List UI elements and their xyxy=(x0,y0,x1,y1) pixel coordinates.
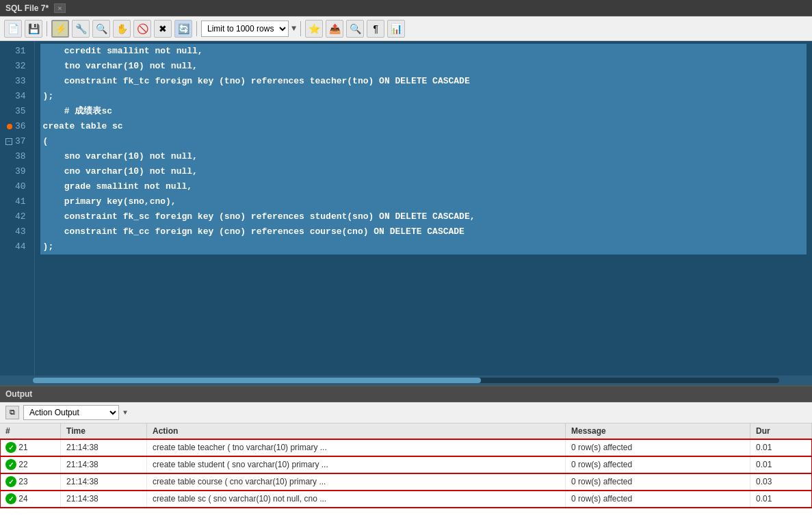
output-panel: Output ⧉ Action Output ▼ # Time Action M… xyxy=(0,385,812,522)
dropdown-arrow-icon: ▼ xyxy=(291,24,296,34)
code-line-40: grade smallint not null, xyxy=(40,179,807,194)
table-header: # Time Action Message Dur xyxy=(0,423,812,439)
row-status-icon: ✓ 21 xyxy=(0,439,61,456)
row-status-icon: ✓ 23 xyxy=(0,473,61,491)
col-header-time: Time xyxy=(61,423,147,439)
row-status-icon: ✓ 24 xyxy=(0,491,61,508)
line-43: 43 xyxy=(5,224,29,239)
zoom-button[interactable]: 🔍 xyxy=(92,20,110,38)
header-row: # Time Action Message Dur xyxy=(0,423,812,439)
line-38: 38 xyxy=(5,149,29,164)
line-36: 36 xyxy=(5,119,29,134)
table-body: ✓ 21 21:14:38 create table teacher ( tno… xyxy=(0,439,812,508)
separator-3 xyxy=(300,21,301,36)
tab-title[interactable]: SQL File 7* xyxy=(5,3,49,13)
row-action: create table course ( cno varchar(10) pr… xyxy=(147,473,566,491)
success-icon: ✓ xyxy=(5,476,16,487)
line-31: 31 xyxy=(5,44,29,59)
row-time: 21:14:38 xyxy=(61,439,147,456)
line-35: 35 xyxy=(5,104,29,119)
line-33: 33 xyxy=(5,74,29,89)
limit-select[interactable]: Limit to 1000 rows xyxy=(201,21,289,37)
horizontal-scrollbar[interactable] xyxy=(0,376,812,385)
new-file-button[interactable]: 📄 xyxy=(4,20,22,38)
refresh-button[interactable]: 🔄 xyxy=(174,20,192,38)
row-time: 21:14:38 xyxy=(61,456,147,473)
code-line-35: # 成绩表sc xyxy=(40,104,807,119)
close-tab-button[interactable]: × xyxy=(54,3,65,13)
code-line-39: cno varchar(10) not null, xyxy=(40,164,807,179)
results-table: # Time Action Message Dur ✓ 21 21:14:38 … xyxy=(0,423,812,508)
line-40: 40 xyxy=(5,179,29,194)
paragraph-button[interactable]: ¶ xyxy=(367,20,384,38)
line-44: 44 xyxy=(5,239,29,255)
table-row: ✓ 24 21:14:38 create table sc ( sno varc… xyxy=(0,491,812,508)
success-icon: ✓ xyxy=(5,442,16,453)
toolbar: 📄 💾 ⚡ 🔧 🔍 ✋ 🚫 ✖ 🔄 Limit to 1000 rows ▼ ⭐… xyxy=(0,16,812,41)
stop-button[interactable]: 🚫 xyxy=(133,20,151,38)
scroll-track xyxy=(33,378,779,383)
code-line-37: ( xyxy=(40,134,807,149)
table-row: ✓ 22 21:14:38 create table student ( sno… xyxy=(0,456,812,473)
code-line-38: sno varchar(10) not null, xyxy=(40,149,807,164)
line-41: 41 xyxy=(5,194,29,209)
search-button[interactable]: 🔍 xyxy=(346,20,364,38)
code-line-33: constraint fk_tc foreign key (tno) refer… xyxy=(40,74,807,89)
copy-button[interactable]: ⧉ xyxy=(5,406,19,419)
line-42: 42 xyxy=(5,209,29,224)
explain-button[interactable]: 🔧 xyxy=(72,20,90,38)
scroll-thumb[interactable] xyxy=(33,378,481,383)
code-line-42: constraint fk_sc foreign key (sno) refer… xyxy=(40,209,807,224)
action-output-select[interactable]: Action Output xyxy=(23,405,119,420)
title-bar: SQL File 7* × xyxy=(0,0,812,16)
row-duration: 0.01 xyxy=(750,439,811,456)
code-line-31: ccredit smallint not null, xyxy=(40,44,807,59)
output-toolbar: ⧉ Action Output ▼ xyxy=(0,402,812,423)
separator-2 xyxy=(196,21,197,36)
line-34: 34 xyxy=(5,89,29,104)
code-line-43: constraint fk_cc foreign key (cno) refer… xyxy=(40,224,807,239)
code-line-34: ); xyxy=(40,89,807,104)
hand-button[interactable]: ✋ xyxy=(113,20,131,38)
code-lines[interactable]: ccredit smallint not null, tno varchar(1… xyxy=(35,41,812,376)
separator-1 xyxy=(47,21,47,36)
line-37[interactable]: −37 xyxy=(5,134,29,149)
code-line-36: create table sc xyxy=(40,119,807,134)
line-39: 39 xyxy=(5,164,29,179)
code-container: 31 32 33 34 35 36 −37 38 39 40 41 42 43 … xyxy=(0,41,812,376)
table-row: ✓ 23 21:14:38 create table course ( cno … xyxy=(0,473,812,491)
row-action: create table student ( sno varchar(10) p… xyxy=(147,456,566,473)
line-numbers: 31 32 33 34 35 36 −37 38 39 40 41 42 43 … xyxy=(0,41,35,376)
success-icon: ✓ xyxy=(5,493,16,504)
row-message: 0 row(s) affected xyxy=(565,491,750,508)
star-button[interactable]: ⭐ xyxy=(305,20,323,38)
line-32: 32 xyxy=(5,59,29,74)
execute-button[interactable]: ⚡ xyxy=(51,20,69,38)
row-duration: 0.01 xyxy=(750,456,811,473)
code-line-44: ); xyxy=(40,239,807,255)
row-message: 0 row(s) affected xyxy=(565,456,750,473)
code-line-32: tno varchar(10) not null, xyxy=(40,59,807,74)
output-dropdown-arrow-icon: ▼ xyxy=(123,409,127,417)
row-status-icon: ✓ 22 xyxy=(0,456,61,473)
output-header: Output xyxy=(0,387,812,402)
col-header-hash: # xyxy=(0,423,61,439)
cancel-button[interactable]: ✖ xyxy=(154,20,172,38)
send-button[interactable]: 📤 xyxy=(326,20,343,38)
output-header-label: Output xyxy=(5,389,32,399)
save-button[interactable]: 💾 xyxy=(25,20,42,38)
row-message: 0 row(s) affected xyxy=(565,439,750,456)
row-time: 21:14:38 xyxy=(61,491,147,508)
export-button[interactable]: 📊 xyxy=(387,20,405,38)
code-line-41: primary key(sno,cno), xyxy=(40,194,807,209)
row-duration: 0.03 xyxy=(750,473,811,491)
col-header-action: Action xyxy=(147,423,566,439)
table-row: ✓ 21 21:14:38 create table teacher ( tno… xyxy=(0,439,812,456)
col-header-message: Message xyxy=(565,423,750,439)
row-message: 0 row(s) affected xyxy=(565,473,750,491)
row-duration: 0.01 xyxy=(750,491,811,508)
editor-area: 31 32 33 34 35 36 −37 38 39 40 41 42 43 … xyxy=(0,41,812,385)
col-header-duration: Dur xyxy=(750,423,811,439)
output-table[interactable]: # Time Action Message Dur ✓ 21 21:14:38 … xyxy=(0,423,812,522)
row-time: 21:14:38 xyxy=(61,473,147,491)
